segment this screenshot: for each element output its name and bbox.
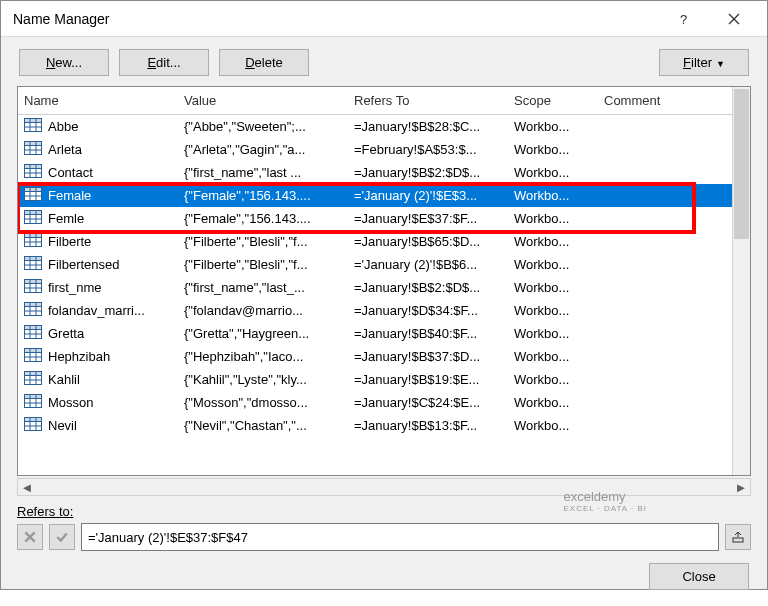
- row-value: {"Abbe","Sweeten";...: [178, 117, 348, 136]
- dialog-title: Name Manager: [9, 11, 659, 27]
- named-range-icon: [24, 210, 42, 227]
- row-comment: [598, 378, 732, 382]
- row-value: {"Mosson","dmosso...: [178, 393, 348, 412]
- list-item[interactable]: Hephzibah{"Hephzibah","Iaco...=January!$…: [18, 345, 732, 368]
- named-range-icon: [24, 371, 42, 388]
- named-range-icon: [24, 118, 42, 135]
- row-name: Nevil: [48, 418, 77, 433]
- named-range-icon: [24, 164, 42, 181]
- list-item[interactable]: Gretta{"Gretta","Haygreen...=January!$B$…: [18, 322, 732, 345]
- help-button[interactable]: ?: [659, 1, 709, 37]
- range-picker-button[interactable]: [725, 524, 751, 550]
- row-comment: [598, 125, 732, 129]
- row-scope: Workbo...: [508, 209, 598, 228]
- edit-button[interactable]: Edit...: [119, 49, 209, 76]
- row-value: {"folandav@marrio...: [178, 301, 348, 320]
- name-manager-dialog: Name Manager ? New... Edit... Delete Fil…: [0, 0, 768, 590]
- row-refers: =February!$A$53:$...: [348, 140, 508, 159]
- svg-text:?: ?: [680, 13, 687, 25]
- header-name[interactable]: Name: [18, 89, 178, 112]
- list-item[interactable]: Contact{"first_name","last ...=January!$…: [18, 161, 732, 184]
- row-name: Filbertensed: [48, 257, 120, 272]
- header-scope[interactable]: Scope: [508, 89, 598, 112]
- row-comment: [598, 309, 732, 313]
- row-comment: [598, 332, 732, 336]
- row-refers: =January!$B$13:$F...: [348, 416, 508, 435]
- vertical-scrollbar[interactable]: [732, 87, 750, 475]
- list-item[interactable]: Femle{"Female","156.143....=January!$E$3…: [18, 207, 732, 230]
- row-value: {"Filberte","Blesli","f...: [178, 255, 348, 274]
- list-item[interactable]: Female{"Female","156.143....='January (2…: [18, 184, 732, 207]
- svg-rect-50: [25, 280, 42, 284]
- accept-change-button[interactable]: [49, 524, 75, 550]
- svg-rect-8: [25, 119, 42, 123]
- scroll-right-icon[interactable]: ►: [732, 480, 750, 495]
- header-comment[interactable]: Comment: [598, 89, 732, 112]
- list-item[interactable]: Filbertensed{"Filberte","Blesli","f...='…: [18, 253, 732, 276]
- list-item[interactable]: Filberte{"Filberte","Blesli","f...=Janua…: [18, 230, 732, 253]
- row-name: Filberte: [48, 234, 91, 249]
- scroll-left-icon[interactable]: ◄: [18, 480, 36, 495]
- svg-rect-56: [25, 303, 42, 307]
- refers-to-label: Refers to:: [17, 504, 751, 519]
- row-value: {"Filberte","Blesli","f...: [178, 232, 348, 251]
- horizontal-scrollbar[interactable]: ◄ ►: [17, 478, 751, 496]
- named-range-icon: [24, 417, 42, 434]
- delete-button[interactable]: Delete: [219, 49, 309, 76]
- list-item[interactable]: Nevil{"Nevil","Chastan","...=January!$B$…: [18, 414, 732, 437]
- list-item[interactable]: Kahlil{"Kahlil","Lyste","kly...=January!…: [18, 368, 732, 391]
- row-name: Contact: [48, 165, 93, 180]
- named-range-icon: [24, 279, 42, 296]
- filter-button[interactable]: Filter▼: [659, 49, 749, 76]
- list-rows: Abbe{"Abbe","Sweeten";...=January!$B$28:…: [18, 115, 732, 475]
- svg-rect-80: [25, 395, 42, 399]
- named-range-icon: [24, 233, 42, 250]
- refers-to-input[interactable]: ='January (2)'!$E$37:$F$47: [81, 523, 719, 551]
- row-value: {"Hephzibah","Iaco...: [178, 347, 348, 366]
- row-value: {"Gretta","Haygreen...: [178, 324, 348, 343]
- named-range-icon: [24, 256, 42, 273]
- list-item[interactable]: Arleta{"Arleta","Gagin","a...=February!$…: [18, 138, 732, 161]
- row-comment: [598, 286, 732, 290]
- row-scope: Workbo...: [508, 370, 598, 389]
- row-value: {"Nevil","Chastan","...: [178, 416, 348, 435]
- row-scope: Workbo...: [508, 117, 598, 136]
- named-range-icon: [24, 141, 42, 158]
- scrollbar-thumb[interactable]: [734, 89, 749, 239]
- row-comment: [598, 148, 732, 152]
- list-item[interactable]: Mosson{"Mosson","dmosso...=January!$C$24…: [18, 391, 732, 414]
- svg-rect-14: [25, 142, 42, 146]
- svg-rect-26: [25, 188, 42, 192]
- row-name: Arleta: [48, 142, 82, 157]
- row-refers: =January!$C$24:$E...: [348, 393, 508, 412]
- cancel-change-button[interactable]: [17, 524, 43, 550]
- toolbar: New... Edit... Delete Filter▼: [1, 37, 767, 86]
- list-item[interactable]: Abbe{"Abbe","Sweeten";...=January!$B$28:…: [18, 115, 732, 138]
- close-button[interactable]: Close: [649, 563, 749, 590]
- row-refers: =January!$B$65:$D...: [348, 232, 508, 251]
- refers-to-area: Refers to: ='January (2)'!$E$37:$F$47: [17, 504, 751, 551]
- row-scope: Workbo...: [508, 232, 598, 251]
- named-range-icon: [24, 325, 42, 342]
- header-refers[interactable]: Refers To: [348, 89, 508, 112]
- row-scope: Workbo...: [508, 186, 598, 205]
- dialog-footer: Close: [1, 551, 767, 602]
- header-value[interactable]: Value: [178, 89, 348, 112]
- row-scope: Workbo...: [508, 416, 598, 435]
- row-value: {"first_name","last_...: [178, 278, 348, 297]
- svg-rect-89: [733, 538, 743, 542]
- close-icon[interactable]: [709, 1, 759, 37]
- row-name: Mosson: [48, 395, 94, 410]
- named-range-icon: [24, 348, 42, 365]
- column-headers[interactable]: Name Value Refers To Scope Comment: [18, 87, 732, 115]
- row-comment: [598, 355, 732, 359]
- named-range-icon: [24, 394, 42, 411]
- list-item[interactable]: folandav_marri...{"folandav@marrio...=Ja…: [18, 299, 732, 322]
- row-value: {"Kahlil","Lyste","kly...: [178, 370, 348, 389]
- row-refers: =January!$B$40:$F...: [348, 324, 508, 343]
- list-item[interactable]: first_nme{"first_name","last_...=January…: [18, 276, 732, 299]
- svg-rect-44: [25, 257, 42, 261]
- new-button[interactable]: New...: [19, 49, 109, 76]
- row-comment: [598, 171, 732, 175]
- row-value: {"Female","156.143....: [178, 209, 348, 228]
